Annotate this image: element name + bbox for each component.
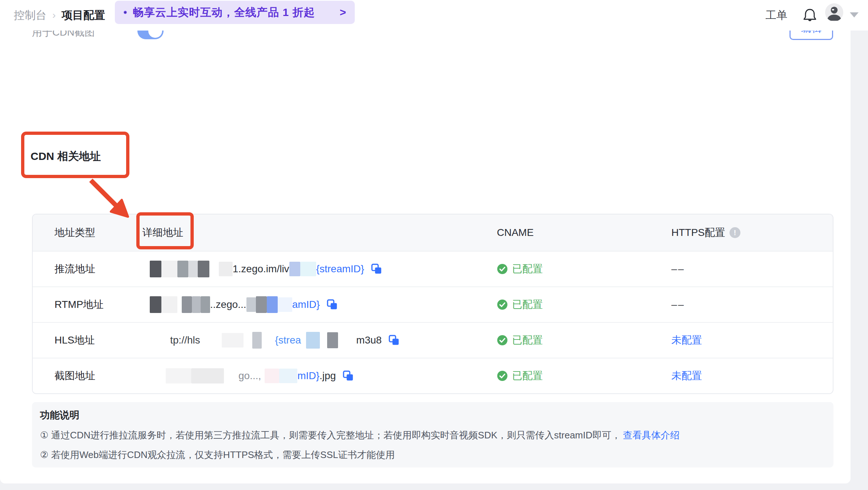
address-fragment: m3u8 (356, 334, 382, 346)
check-circle-icon (497, 370, 508, 381)
https-not-configured-link[interactable]: 未配置 (671, 369, 702, 383)
configured-status-label: 已配置 (512, 333, 543, 347)
redaction-block (161, 261, 177, 277)
feature-notes-panel: 功能说明 ① 通过CDN进行推拉流服务时，若使用第三方推拉流工具，则需要传入完整… (32, 402, 833, 467)
address-type-label: HLS地址 (55, 333, 95, 347)
promo-arrow-icon: > (339, 6, 346, 19)
breadcrumb-separator-icon: › (52, 9, 56, 21)
address-detail-cell: 1.zego.im/liv{streamID} (142, 252, 382, 286)
robot-icon (124, 4, 127, 21)
check-circle-icon (497, 264, 508, 274)
check-circle-icon (497, 299, 508, 310)
address-fragment: go..., (238, 370, 261, 382)
copy-icon[interactable] (371, 263, 382, 275)
cname-status-cell: 已配置 (497, 323, 543, 358)
redaction-block (188, 261, 198, 277)
redaction-block (278, 297, 292, 312)
redaction-block (150, 296, 161, 313)
table-header-row: 地址类型 详细地址 CNAME HTTPS配置 ! (33, 214, 833, 252)
redaction-block (177, 261, 188, 277)
user-avatar[interactable] (825, 3, 843, 21)
https-config-cell: 未配置 (671, 358, 702, 393)
user-avatar-icon (825, 3, 843, 21)
column-header-address-type: 地址类型 (55, 226, 95, 240)
https-empty-value: –– (671, 263, 685, 275)
redaction-block (198, 261, 209, 277)
redaction-block (300, 262, 316, 276)
table-row: 推流地址1.zego.im/liv{streamID}已配置–– (33, 252, 833, 286)
copy-icon[interactable] (388, 334, 400, 346)
address-fragment: amID} (292, 299, 320, 310)
https-config-cell: –– (671, 287, 685, 322)
cdn-section-title: CDN 相关地址 (31, 149, 101, 164)
copy-icon[interactable] (326, 299, 338, 310)
address-fragment: tp://hls (170, 334, 200, 346)
address-fragment: .jpg (320, 370, 336, 382)
column-header-detail-address: 详细地址 (142, 226, 183, 240)
redaction-block (182, 296, 192, 313)
redaction-block (191, 368, 224, 383)
redaction-block (267, 296, 278, 313)
address-detail-cell: go...,mID}.jpg (142, 358, 354, 393)
address-type-cell: 截图地址 (55, 358, 95, 393)
redaction-block (201, 296, 210, 313)
breadcrumb: 控制台 › 项目配置 (14, 0, 105, 31)
redaction-block (166, 368, 191, 383)
address-type-label: 截图地址 (55, 369, 95, 383)
redaction-block (222, 333, 244, 348)
redaction-block (327, 332, 338, 348)
promo-banner[interactable]: 畅享云上实时互动，全线产品 1 折起 > (115, 1, 355, 24)
redaction-block (150, 261, 161, 277)
address-detail-cell: ..zego...amID} (142, 287, 338, 322)
https-config-cell: 未配置 (671, 323, 702, 358)
redaction-block (246, 297, 256, 312)
address-fragment: {streamID} (316, 263, 364, 275)
view-details-link[interactable]: 查看具体介绍 (623, 430, 680, 441)
notes-title: 功能说明 (40, 409, 79, 422)
redaction-block (252, 332, 262, 349)
table-body: 推流地址1.zego.im/liv{streamID}已配置––RTMP地址..… (33, 252, 833, 393)
account-dropdown-caret-icon[interactable] (850, 12, 859, 17)
redaction-block (265, 369, 279, 383)
cname-status-cell: 已配置 (497, 252, 543, 286)
redaction-block (161, 296, 177, 313)
address-detail-cell: tp://hls{stream3u8 (142, 323, 400, 358)
note-item-2: ② 若使用Web端进行CDN观众拉流，仅支持HTTPS格式，需要上传SSL证书才… (40, 449, 395, 461)
ticket-menu-item[interactable]: 工单 (765, 0, 787, 31)
redaction-block (289, 262, 300, 276)
address-fragment: {strea (275, 334, 301, 346)
note-item-1: ① 通过CDN进行推拉流服务时，若使用第三方推拉流工具，则需要传入完整地址；若使… (40, 429, 680, 442)
address-type-label: 推流地址 (55, 262, 95, 276)
table-row: RTMP地址..zego...amID}已配置–– (33, 286, 833, 322)
promo-banner-text: 畅享云上实时互动，全线产品 1 折起 (133, 5, 315, 20)
redaction-block (306, 332, 320, 349)
breadcrumb-console[interactable]: 控制台 (14, 8, 47, 23)
redaction-block (219, 262, 233, 276)
address-fragment: ..zego... (210, 299, 246, 310)
configured-status-label: 已配置 (512, 262, 543, 276)
table-row: 截图地址go...,mID}.jpg已配置未配置 (33, 358, 833, 393)
breadcrumb-project-config: 项目配置 (61, 8, 105, 23)
redaction-block (256, 296, 267, 313)
address-type-cell: HLS地址 (55, 323, 95, 358)
configured-status-label: 已配置 (512, 298, 543, 312)
cname-status-cell: 已配置 (497, 358, 543, 393)
https-config-cell: –– (671, 252, 685, 286)
info-icon[interactable]: ! (730, 227, 740, 238)
top-header-bar: 控制台 › 项目配置 畅享云上实时互动，全线产品 1 折起 > 工单 (0, 0, 868, 31)
https-not-configured-link[interactable]: 未配置 (671, 333, 702, 347)
notification-bell-icon[interactable] (802, 7, 818, 23)
configured-status-label: 已配置 (512, 369, 543, 383)
note-1-text: ① 通过CDN进行推拉流服务时，若使用第三方推拉流工具，则需要传入完整地址；若使… (40, 430, 621, 441)
redaction-block (192, 296, 201, 313)
copy-icon[interactable] (342, 370, 354, 382)
address-fragment: 1.zego.im/liv (233, 263, 289, 275)
cdn-address-table: 地址类型 详细地址 CNAME HTTPS配置 ! 推流地址1.zego.im/… (32, 214, 833, 394)
column-header-cname: CNAME (497, 227, 534, 238)
https-empty-value: –– (671, 299, 685, 310)
address-type-cell: RTMP地址 (55, 287, 104, 322)
column-header-https-config: HTTPS配置 (671, 226, 725, 240)
address-type-cell: 推流地址 (55, 252, 95, 286)
redaction-block (279, 369, 297, 383)
cname-status-cell: 已配置 (497, 287, 543, 322)
